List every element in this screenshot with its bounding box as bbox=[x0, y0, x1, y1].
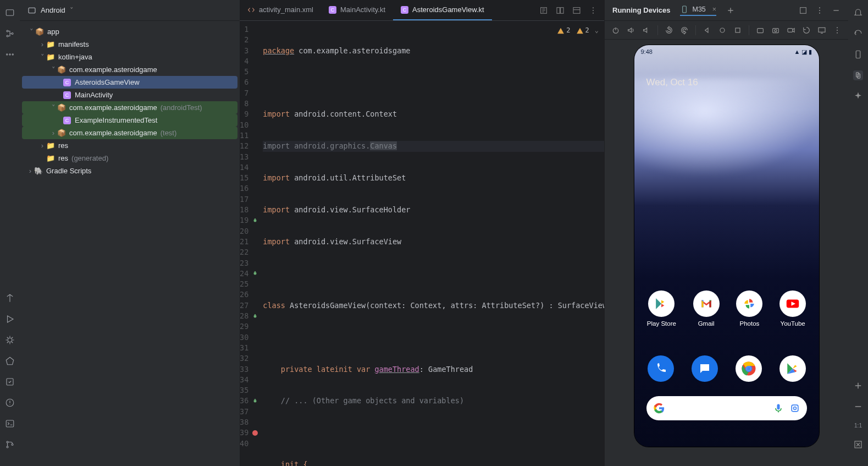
app-youtube[interactable]: YouTube bbox=[779, 290, 806, 327]
svg-point-20 bbox=[593, 10, 594, 11]
debug-icon[interactable] bbox=[5, 335, 15, 345]
app-gmail[interactable]: Gmail bbox=[693, 290, 720, 327]
close-tab-icon[interactable]: × bbox=[712, 6, 716, 13]
app-phone[interactable] bbox=[648, 355, 674, 382]
override-icon[interactable] bbox=[252, 313, 258, 320]
terminal-icon[interactable] bbox=[5, 419, 15, 429]
tree-class-asteroidsgameview[interactable]: CAsteroidsGameView bbox=[22, 76, 237, 89]
tree-class-exampleinstrumentedtest[interactable]: CExampleInstrumentedTest bbox=[22, 114, 237, 127]
volume-up-icon[interactable] bbox=[627, 26, 635, 35]
build-icon[interactable] bbox=[5, 293, 15, 303]
rotate-left-icon[interactable] bbox=[665, 26, 673, 35]
record-icon[interactable] bbox=[787, 26, 795, 35]
tree-res[interactable]: ›📁res bbox=[22, 139, 237, 152]
code-editor[interactable]: 2 2 ⌄ 1234567891011121314151617181920212… bbox=[240, 21, 604, 466]
volume-down-icon[interactable] bbox=[642, 26, 651, 35]
tree-gradle-scripts[interactable]: ›🐘Gradle Scripts bbox=[22, 165, 237, 177]
device-manager-icon[interactable] bbox=[853, 50, 863, 59]
overview-icon[interactable] bbox=[733, 26, 742, 35]
project-icon[interactable] bbox=[5, 8, 15, 18]
reader-mode-icon[interactable] bbox=[539, 6, 548, 15]
kotlin-class-icon: C bbox=[63, 91, 71, 99]
code-area[interactable]: package com.example.asteroidsgame import… bbox=[258, 21, 604, 466]
svg-point-39 bbox=[837, 27, 838, 28]
hide-icon[interactable] bbox=[832, 6, 841, 15]
svg-rect-14 bbox=[29, 8, 35, 13]
app-messages[interactable] bbox=[692, 355, 718, 382]
tab-menu-icon[interactable] bbox=[589, 6, 598, 15]
override-icon[interactable] bbox=[252, 270, 258, 277]
split-icon[interactable] bbox=[556, 6, 565, 15]
project-dropdown[interactable]: Android ˅ bbox=[20, 0, 240, 21]
rotate-right-icon[interactable] bbox=[680, 26, 689, 35]
emulator-screen[interactable]: 9:48 ▲ ◪ ▮ Wed, Oct 16 Play Store Gmail … bbox=[634, 45, 819, 447]
svg-rect-38 bbox=[819, 28, 825, 32]
lens-icon[interactable] bbox=[789, 403, 800, 414]
tree-package-androidtest[interactable]: ˅📦com.example.asteroidgame(androidTest) bbox=[22, 101, 237, 114]
svg-rect-17 bbox=[561, 7, 563, 13]
add-device-icon[interactable] bbox=[726, 6, 735, 15]
window-icon[interactable] bbox=[799, 6, 808, 15]
zoom-out-icon[interactable] bbox=[853, 402, 863, 412]
svg-point-6 bbox=[12, 54, 13, 55]
google-search-bar[interactable] bbox=[646, 396, 807, 420]
left-tool-stripe bbox=[0, 0, 20, 466]
tree-package-test[interactable]: ›📦com.example.asteroidgame(test) bbox=[22, 127, 237, 139]
app-play-store-dock[interactable] bbox=[779, 355, 806, 382]
device-tab[interactable]: M35× bbox=[680, 5, 716, 16]
svg-point-49 bbox=[793, 407, 796, 410]
run-icon[interactable] bbox=[5, 314, 15, 324]
home-icon[interactable] bbox=[718, 26, 727, 35]
panel-menu-icon[interactable] bbox=[815, 6, 824, 15]
app-play-store[interactable]: Play Store bbox=[647, 290, 676, 327]
tree-package-main[interactable]: ˅📦com.example.asteroidgame bbox=[22, 63, 237, 76]
override-icon[interactable] bbox=[252, 217, 258, 224]
reset-icon[interactable] bbox=[802, 26, 811, 35]
phone-date: Wed, Oct 16 bbox=[646, 77, 698, 88]
tree-res-generated[interactable]: 📁res(generated) bbox=[22, 152, 237, 165]
svg-rect-26 bbox=[683, 6, 687, 13]
more-icon[interactable] bbox=[5, 50, 15, 59]
svg-rect-37 bbox=[788, 28, 793, 32]
tab-asteroidsgameview[interactable]: CAsteroidsGameView.kt bbox=[393, 0, 492, 20]
profiler-icon[interactable] bbox=[5, 356, 15, 366]
app-inspection-icon[interactable] bbox=[5, 377, 15, 387]
power-icon[interactable] bbox=[611, 26, 620, 35]
layout-icon[interactable] bbox=[572, 6, 581, 15]
app-photos[interactable]: Photos bbox=[736, 290, 762, 327]
inspection-badges[interactable]: 2 2 ⌄ bbox=[557, 25, 599, 36]
screenshot-icon[interactable] bbox=[756, 26, 765, 35]
svg-rect-0 bbox=[6, 10, 14, 16]
problems-icon[interactable] bbox=[5, 398, 15, 408]
app-chrome[interactable] bbox=[736, 355, 762, 382]
structure-icon[interactable] bbox=[5, 29, 15, 39]
back-icon[interactable] bbox=[703, 26, 711, 35]
camera-icon[interactable] bbox=[771, 26, 780, 35]
tab-activity-main-xml[interactable]: activity_main.xml bbox=[240, 0, 321, 20]
tree-kotlinjava[interactable]: ˅📁kotlin+java bbox=[22, 51, 237, 63]
tree-app[interactable]: ˅📦app bbox=[22, 25, 237, 38]
editor-region: activity_main.xml CMainActivity.kt CAste… bbox=[240, 0, 604, 466]
display-settings-icon[interactable] bbox=[817, 26, 826, 35]
tree-manifests[interactable]: ›📁manifests bbox=[22, 38, 237, 51]
ai-assistant-icon[interactable] bbox=[853, 91, 863, 101]
device-menu-icon[interactable] bbox=[833, 26, 842, 35]
fit-icon[interactable] bbox=[853, 440, 863, 449]
vcs-icon[interactable] bbox=[5, 440, 15, 449]
running-devices-icon[interactable] bbox=[853, 70, 863, 80]
svg-point-4 bbox=[7, 54, 8, 55]
tab-mainactivity[interactable]: CMainActivity.kt bbox=[321, 0, 393, 20]
notifications-icon[interactable] bbox=[853, 8, 863, 18]
svg-rect-16 bbox=[557, 7, 560, 13]
tree-class-mainactivity[interactable]: CMainActivity bbox=[22, 89, 237, 101]
running-devices-panel: Running Devices M35× bbox=[604, 0, 848, 466]
svg-point-30 bbox=[819, 12, 820, 13]
svg-point-21 bbox=[593, 12, 594, 13]
svg-point-47 bbox=[747, 366, 751, 371]
override-icon[interactable] bbox=[252, 398, 258, 404]
mic-icon[interactable] bbox=[773, 403, 784, 414]
gutter-icons bbox=[252, 21, 258, 466]
breakpoint-icon[interactable] bbox=[252, 430, 258, 436]
zoom-in-icon[interactable] bbox=[853, 381, 863, 391]
gradle-sync-icon[interactable] bbox=[853, 29, 863, 39]
